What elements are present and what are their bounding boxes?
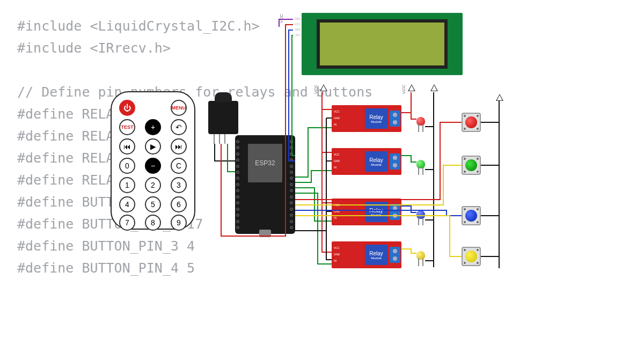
remote-plus-button[interactable]: + [145, 119, 161, 135]
push-button-blue[interactable] [462, 206, 481, 225]
remote-next-button[interactable]: ⏭ [171, 138, 187, 155]
esp32-shield-label: ESP32 [248, 144, 282, 182]
vcc-label-lcd: VCC [279, 14, 284, 23]
push-button-red[interactable] [462, 113, 481, 132]
remote-6-button[interactable]: 6 [171, 196, 187, 212]
led-yellow [416, 251, 425, 260]
remote-1-button[interactable]: 1 [119, 177, 135, 193]
relay-module-1: VCCGNDIN RelayModule [332, 105, 401, 132]
esp32-board: ESP32 [235, 135, 295, 234]
push-button-yellow[interactable] [462, 247, 481, 266]
vcc-label-2: VCC [313, 85, 318, 94]
circuit-diagram: GND VCC SDA SCL VCC VCC VCC ⏻ MENU TEST … [0, 0, 644, 338]
lcd-screen [317, 19, 448, 69]
lcd-pin-labels: GND VCC SDA SCL [293, 16, 301, 38]
led-red [416, 117, 425, 126]
push-button-green[interactable] [462, 156, 481, 175]
ir-receiver-module [208, 101, 238, 134]
remote-minus-button[interactable]: − [145, 158, 161, 174]
remote-7-button[interactable]: 7 [119, 215, 135, 231]
remote-3-button[interactable]: 3 [171, 177, 187, 193]
vcc-arrow-icon [320, 84, 327, 91]
remote-prev-button[interactable]: ⏮ [119, 138, 135, 155]
vcc-arrow-icon [408, 84, 415, 91]
led-blue [416, 210, 425, 219]
gnd-arrow-icon [430, 84, 438, 91]
relay-module-2: VCCGNDIN RelayModule [332, 148, 401, 175]
remote-8-button[interactable]: 8 [145, 215, 161, 231]
remote-menu-button[interactable]: MENU [171, 100, 187, 116]
vcc-label-3: VCC [401, 85, 406, 94]
ir-remote: ⏻ MENU TEST + ↶ ⏮ ▶ ⏭ 0 − C 1 2 3 4 5 6 [111, 91, 195, 230]
relay-module-3: VCCGNDIN RelayModule [332, 199, 401, 225]
remote-play-button[interactable]: ▶ [145, 138, 161, 155]
led-green [416, 160, 425, 168]
lcd-module [302, 13, 463, 75]
relay-module-4: VCCGNDIN RelayModule [332, 241, 401, 268]
remote-back-button[interactable]: ↶ [171, 119, 187, 135]
remote-4-button[interactable]: 4 [119, 196, 135, 212]
remote-5-button[interactable]: 5 [145, 196, 161, 212]
remote-test-button[interactable]: TEST [119, 119, 135, 135]
remote-power-button[interactable]: ⏻ [119, 100, 135, 116]
remote-c-button[interactable]: C [171, 158, 187, 174]
gnd-arrow-icon [496, 94, 503, 101]
remote-0-button[interactable]: 0 [119, 158, 135, 174]
remote-2-button[interactable]: 2 [145, 177, 161, 193]
remote-9-button[interactable]: 9 [171, 215, 187, 231]
